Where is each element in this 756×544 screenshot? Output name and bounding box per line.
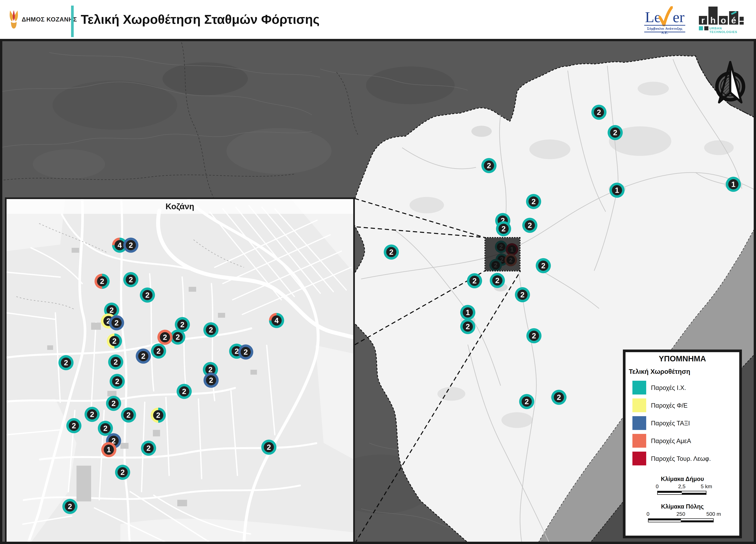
scalebar-segment	[681, 519, 713, 520]
legend-swatch-yellow	[632, 398, 646, 412]
inset-title: Κοζάνη	[166, 202, 194, 211]
page-title: Τελική Χωροθέτηση Σταθμών Φόρτισης	[81, 0, 320, 39]
scalebar-segment	[682, 491, 706, 493]
lever-check-icon	[659, 6, 673, 26]
legend-subtitle: Τελική Χωροθέτηση	[629, 368, 690, 375]
legend-swatch-blue	[632, 416, 646, 430]
legend-label: Παροχές Φ/Ε	[651, 402, 688, 409]
municipality-tulip-icon	[9, 10, 19, 30]
legend-label: Παροχές Τουρ. Λεωφ.	[651, 455, 711, 462]
rhoe-colon-dot-bottom	[740, 22, 744, 25]
scalebar-segment	[658, 493, 682, 494]
scalebar-tick-label: 0	[647, 511, 649, 517]
lever-rule-bottom	[644, 32, 685, 32]
extent-indicator-box: 21222	[485, 237, 520, 271]
scalebar-tick-label: 250	[676, 511, 685, 517]
scalebar-segment	[648, 520, 681, 522]
scalebar-tick-label: 5 km	[701, 483, 712, 490]
scalebar-segment	[682, 493, 706, 494]
scalebar-tick-label: 0	[656, 483, 659, 490]
municipality-name: ΔΗΜΟΣ ΚΟΖΑΝΗΣ	[22, 0, 77, 39]
city-inset-map: Κοζάνη	[5, 197, 355, 544]
legend-swatch-red	[632, 452, 646, 465]
legend-swatch-salmon	[632, 434, 646, 448]
scalebar-segment	[658, 491, 682, 493]
rhoe-logo: r h o é URBAN TECHNOLOGIES	[699, 6, 746, 32]
rhoe-teal-square	[699, 26, 703, 30]
north-arrow-icon	[709, 59, 752, 107]
lever-er: er	[673, 10, 684, 24]
lever-rule-top	[644, 25, 685, 26]
scalebar	[657, 491, 706, 495]
scalebar	[648, 518, 714, 522]
scalebar-segment	[681, 520, 713, 522]
legend: ΥΠΟΜΝΗΜΑ Τελική Χωροθέτηση Παροχές Ι.Χ.Π…	[623, 350, 742, 538]
scalebar-title: Κλίμακα Δήμου	[626, 476, 739, 482]
inset-title-band: Κοζάνη	[7, 199, 353, 214]
scalebar-segment	[648, 519, 681, 520]
legend-label: Παροχές Ι.Χ.	[651, 384, 686, 391]
header-accent-divider	[71, 6, 74, 37]
lever-subtitle: Σύμβουλοι Ανάπτυξης Α.Ε.	[644, 27, 685, 35]
legend-label: Παροχές ΤΑΞΙ	[651, 420, 690, 427]
scalebar-title: Κλίμακα Πόλης	[626, 503, 739, 510]
legend-title: ΥΠΟΜΝΗΜΑ	[626, 354, 739, 363]
scalebar-tick-label: 500 m	[706, 511, 721, 517]
rhoe-bar-h: h	[708, 7, 718, 25]
lever-logo: Le er Σύμβουλοι Ανάπτυξης Α.Ε.	[644, 5, 685, 33]
inset-map-drawing	[7, 199, 353, 542]
rhoe-colon-dot-top	[740, 17, 744, 21]
scalebar-tick-label: 2,5	[678, 483, 685, 490]
legend-swatch-teal	[632, 381, 646, 395]
rhoe-dark-square	[704, 26, 708, 30]
extent-dark-overlay	[485, 238, 520, 271]
rhoe-bar-r: r	[699, 16, 707, 25]
rhoe-bar-o: o	[719, 16, 728, 25]
page-header: ΔΗΜΟΣ ΚΟΖΑΝΗΣ Τελική Χωροθέτηση Σταθμών …	[0, 0, 756, 39]
legend-label: Παροχές ΑμεΑ	[651, 437, 691, 445]
map-plate: 21222	[0, 0, 756, 544]
rhoe-subtitle: URBAN TECHNOLOGIES	[709, 27, 746, 34]
